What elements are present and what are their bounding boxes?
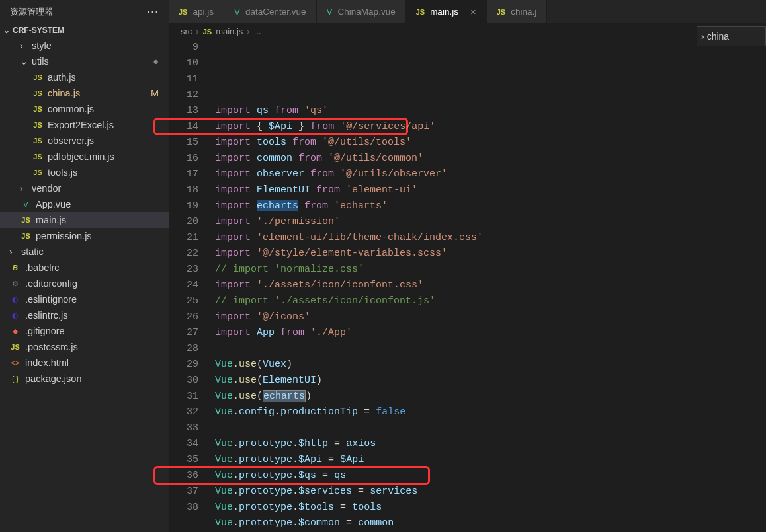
- code-line[interactable]: Vue.prototype.$common = common: [215, 515, 766, 531]
- tree-item-label: auth.js: [48, 72, 76, 83]
- explorer-more-icon[interactable]: ···: [147, 5, 159, 19]
- code-line[interactable]: [215, 420, 766, 436]
- tree-item-permission-js[interactable]: JSpermission.js: [0, 228, 169, 244]
- chevron-right-icon: ›: [247, 26, 249, 36]
- tree-item-label: .eslintignore: [25, 294, 77, 305]
- tab-ChinaMap-vue[interactable]: VChinaMap.vue: [317, 0, 406, 23]
- code-line[interactable]: import common from '@/utils/common': [215, 151, 766, 167]
- tab-api-js[interactable]: JSapi.js: [169, 0, 224, 23]
- tree-item--babelrc[interactable]: B.babelrc: [0, 260, 169, 276]
- tree-item-auth-js[interactable]: JSauth.js: [0, 69, 169, 85]
- js-icon: JS: [179, 8, 187, 16]
- tree-item-label: .babelrc: [25, 262, 60, 273]
- tree-item-utils[interactable]: ⌄utils●: [0, 54, 169, 69]
- chevron-down-icon: ⌄: [20, 56, 28, 67]
- icon-babel-icon: B: [9, 264, 21, 272]
- icon-js-icon: JS: [20, 216, 32, 224]
- tree-item--gitignore[interactable]: ◆.gitignore: [0, 323, 169, 339]
- breadcrumb-file[interactable]: main.js: [216, 26, 243, 36]
- close-icon[interactable]: ×: [470, 6, 476, 17]
- code-line[interactable]: import './permission': [215, 214, 766, 230]
- tree-item-Export2Excel-js[interactable]: JSExport2Excel.js: [0, 117, 169, 133]
- chevron-down-icon: ⌄: [3, 26, 10, 35]
- code-line[interactable]: import { $Api } from '@/services/api': [215, 119, 766, 135]
- code-line[interactable]: import '@/icons': [215, 309, 766, 325]
- code-line[interactable]: import tools from '@/utils/tools': [215, 135, 766, 151]
- tree-item-label: style: [32, 40, 52, 51]
- tree-item-observer-js[interactable]: JSobserver.js: [0, 133, 169, 149]
- tree-item--eslintrc-js[interactable]: ◐.eslintrc.js: [0, 307, 169, 323]
- code-line[interactable]: Vue.use(ElementUI): [215, 373, 766, 389]
- tab-china-j[interactable]: JSchina.j: [487, 0, 548, 23]
- code-line[interactable]: import 'element-ui/lib/theme-chalk/index…: [215, 230, 766, 246]
- breadcrumb[interactable]: src › JS main.js › ...: [169, 23, 766, 40]
- line-number: 33: [169, 420, 198, 436]
- breadcrumb-src[interactable]: src: [181, 26, 192, 36]
- project-name: CRF-SYSTEM: [13, 26, 64, 35]
- sidebar: ⌄ CRF-SYSTEM ›style⌄utils●JSauth.jsJSchi…: [0, 23, 169, 532]
- line-number: 32: [169, 404, 198, 420]
- code-line[interactable]: Vue.prototype.$Api = $Api: [215, 452, 766, 468]
- icon-html-icon: <>: [9, 359, 21, 367]
- code-line[interactable]: import App from './App': [215, 325, 766, 341]
- code-line[interactable]: import echarts from 'echarts': [215, 198, 766, 214]
- line-number: 15: [169, 135, 198, 151]
- tree-item--editorconfig[interactable]: ⚙.editorconfig: [0, 276, 169, 291]
- code-area[interactable]: 9101112131415161718192021222324252627282…: [169, 40, 766, 532]
- code-line[interactable]: Vue.config.productionTip = false: [215, 404, 766, 420]
- tree-item-pdfobject-min-js[interactable]: JSpdfobject.min.js: [0, 149, 169, 165]
- tree-item-common-js[interactable]: JScommon.js: [0, 101, 169, 117]
- code-line[interactable]: Vue.prototype.$qs = qs: [215, 468, 766, 484]
- project-title[interactable]: ⌄ CRF-SYSTEM: [0, 23, 169, 38]
- outline-panel[interactable]: › china: [697, 26, 766, 46]
- code-line[interactable]: Vue.prototype.$services = services: [215, 484, 766, 500]
- tree-item-App-vue[interactable]: VApp.vue: [0, 196, 169, 212]
- icon-js-icon: JS: [32, 137, 44, 145]
- code-line[interactable]: import ElementUI from 'element-ui': [215, 182, 766, 198]
- tree-item--postcssrc-js[interactable]: JS.postcssrc.js: [0, 339, 169, 355]
- tab-label: api.js: [192, 7, 214, 17]
- code-line[interactable]: import './assets/icon/iconfont.css': [215, 278, 766, 293]
- code-line[interactable]: Vue.use(echarts): [215, 389, 766, 404]
- tree-item-china-js[interactable]: JSchina.jsM: [0, 85, 169, 101]
- tree-item-label: index.html: [25, 358, 69, 368]
- line-number: 9: [169, 40, 198, 56]
- status-badge: ●: [153, 56, 159, 67]
- tree-item-tools-js[interactable]: JStools.js: [0, 165, 169, 180]
- tree-item-main-js[interactable]: JSmain.js: [0, 212, 169, 228]
- icon-js-icon: JS: [32, 121, 44, 129]
- tab-label: main.js: [430, 7, 458, 17]
- icon-vue-icon: V: [20, 200, 32, 208]
- line-number: 25: [169, 293, 198, 309]
- vue-icon: V: [234, 7, 240, 17]
- tree-item-label: observer.js: [48, 135, 94, 146]
- icon-js-icon: JS: [32, 73, 44, 81]
- icon-gear-icon: ⚙: [9, 280, 21, 288]
- code-line[interactable]: // import './assets/icon/iconfont.js': [215, 293, 766, 309]
- code-line[interactable]: Vue.prototype.$http = axios: [215, 436, 766, 452]
- code-line[interactable]: import qs from 'qs': [215, 103, 766, 119]
- tree-item-label: package.json: [25, 373, 81, 384]
- tab-main-js[interactable]: JSmain.js×: [406, 0, 487, 23]
- code-line[interactable]: [215, 341, 766, 357]
- line-number: 26: [169, 309, 198, 325]
- tree-item-style[interactable]: ›style: [0, 38, 169, 54]
- code-content[interactable]: import qs from 'qs'import { $Api } from …: [215, 40, 766, 532]
- chevron-right-icon: ›: [701, 31, 704, 42]
- tree-item-label: china.js: [48, 88, 80, 98]
- tree-item-static[interactable]: ›static: [0, 244, 169, 260]
- tree-item-index-html[interactable]: <>index.html: [0, 355, 169, 371]
- js-icon: JS: [497, 8, 505, 16]
- tab-dataCenter-vue[interactable]: VdataCenter.vue: [224, 0, 317, 23]
- code-line[interactable]: import observer from '@/utils/observer': [215, 167, 766, 182]
- code-line[interactable]: // import 'normalize.css': [215, 262, 766, 278]
- tree-item-package-json[interactable]: { }package.json: [0, 371, 169, 387]
- tree-item-vendor[interactable]: ›vendor: [0, 180, 169, 196]
- line-number: 28: [169, 341, 198, 357]
- breadcrumb-rest[interactable]: ...: [254, 26, 261, 36]
- code-line[interactable]: Vue.prototype.$tools = tools: [215, 500, 766, 515]
- code-line[interactable]: import '@/style/element-variables.scss': [215, 246, 766, 262]
- code-line[interactable]: Vue.use(Vuex): [215, 357, 766, 373]
- tree-item--eslintignore[interactable]: ◐.eslintignore: [0, 291, 169, 307]
- line-number: 14: [169, 119, 198, 135]
